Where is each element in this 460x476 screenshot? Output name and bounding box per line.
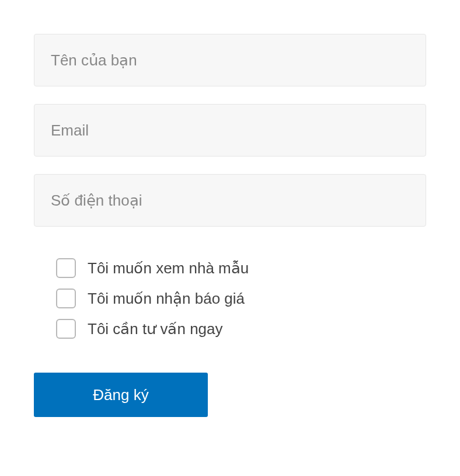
name-field[interactable] <box>34 34 426 86</box>
checkbox-label[interactable]: Tôi muốn xem nhà mẫu <box>88 259 249 277</box>
checkbox-view-sample[interactable] <box>56 258 76 278</box>
email-field[interactable] <box>34 104 426 157</box>
checkbox-item-consult: Tôi cần tư vấn ngay <box>56 319 426 339</box>
checkbox-get-quote[interactable] <box>56 289 76 308</box>
checkbox-consult[interactable] <box>56 319 76 339</box>
checkbox-group: Tôi muốn xem nhà mẫu Tôi muốn nhận báo g… <box>34 258 426 339</box>
checkbox-label[interactable]: Tôi muốn nhận báo giá <box>88 290 245 308</box>
submit-button[interactable]: Đăng ký <box>34 373 208 417</box>
phone-field[interactable] <box>34 174 426 227</box>
checkbox-item-view-sample: Tôi muốn xem nhà mẫu <box>56 258 426 278</box>
checkbox-label[interactable]: Tôi cần tư vấn ngay <box>88 320 223 338</box>
checkbox-item-get-quote: Tôi muốn nhận báo giá <box>56 289 426 308</box>
registration-form: Tôi muốn xem nhà mẫu Tôi muốn nhận báo g… <box>34 34 426 417</box>
